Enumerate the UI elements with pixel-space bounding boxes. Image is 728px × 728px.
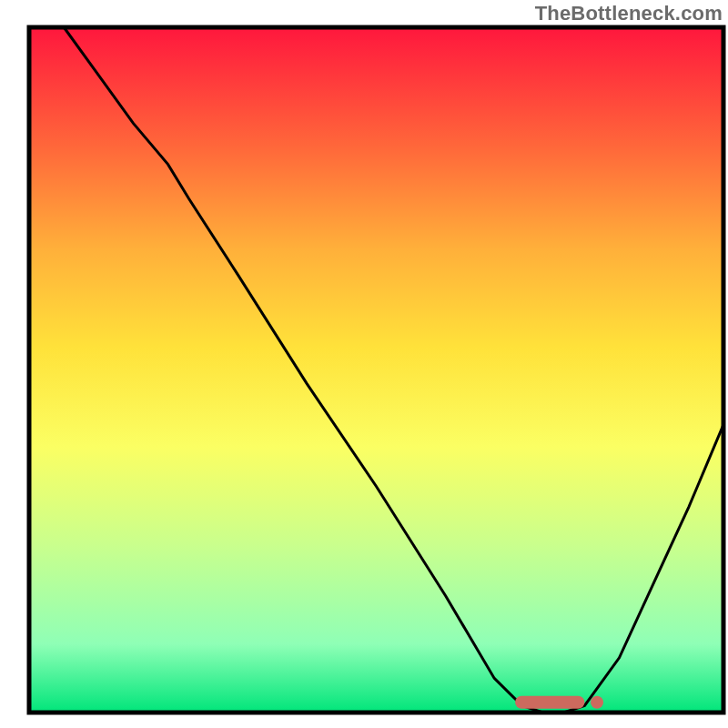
chart-container: TheBottleneck.com [0,0,728,728]
watermark-text: TheBottleneck.com [535,2,723,25]
bottleneck-chart [0,0,728,728]
plot-background [29,27,723,713]
svg-rect-0 [515,696,584,709]
svg-point-1 [591,696,603,709]
